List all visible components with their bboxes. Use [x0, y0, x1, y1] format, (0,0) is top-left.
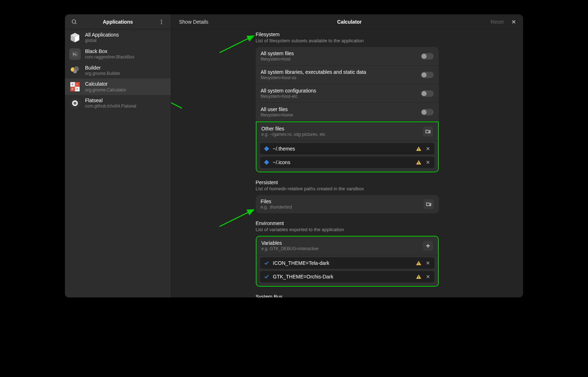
svg-rect-36 — [418, 264, 419, 265]
svg-point-3 — [161, 21, 162, 22]
svg-point-0 — [72, 20, 76, 23]
seal-icon — [69, 97, 81, 109]
warning-icon — [416, 260, 422, 266]
builder-icon — [69, 65, 81, 76]
svg-rect-37 — [418, 276, 419, 277]
app-name: Builder — [85, 65, 120, 71]
sidebar: Applications All Applicationsglobal Blac… — [65, 14, 171, 297]
close-icon[interactable] — [508, 16, 519, 28]
toggle-host-etc[interactable] — [421, 90, 434, 97]
app-id: global — [85, 38, 119, 44]
svg-text:=: = — [71, 87, 74, 91]
app-id: com.raggesilver.BlackBox — [85, 54, 134, 60]
svg-text:×: × — [76, 87, 78, 91]
page-title: Calculator — [213, 19, 486, 25]
files-row: Filese.g. .thunderbird — [256, 195, 439, 213]
sidebar-item-blackbox[interactable]: Black Boxcom.raggesilver.BlackBox — [65, 46, 171, 62]
app-name: Calculator — [85, 81, 126, 87]
annotation-arrow — [218, 33, 257, 54]
reset-button[interactable]: Reset — [486, 17, 508, 27]
svg-rect-35 — [418, 262, 419, 264]
menu-icon[interactable] — [156, 16, 167, 28]
svg-point-2 — [161, 19, 162, 20]
section-title-persistent: Persistent — [256, 180, 439, 185]
toggle-home[interactable] — [421, 109, 434, 115]
svg-text:+: + — [71, 82, 74, 86]
annotation-arrow — [171, 89, 185, 110]
section-title-filesystem: Filesystem — [256, 32, 439, 37]
warning-icon — [416, 146, 422, 152]
check-icon — [264, 260, 269, 266]
sidebar-item-flatseal[interactable]: Flatsealcom.github.tchx84.Flatseal — [65, 95, 171, 111]
box-icon — [69, 32, 81, 43]
main-header: Show Details Calculator Reset — [171, 14, 523, 29]
persistent-card: Filese.g. .thunderbird — [256, 195, 439, 213]
svg-line-22 — [220, 36, 254, 53]
remove-entry-button[interactable]: ✕ — [425, 146, 431, 152]
warning-icon — [416, 159, 422, 165]
app-window: Applications All Applicationsglobal Blac… — [65, 14, 523, 297]
sidebar-item-all-applications[interactable]: All Applicationsglobal — [65, 29, 171, 46]
add-folder-button[interactable] — [423, 127, 433, 137]
warning-icon — [416, 274, 422, 280]
section-title-environment: Environment — [256, 220, 439, 226]
svg-line-23 — [171, 91, 182, 108]
add-folder-button[interactable] — [424, 199, 434, 209]
svg-rect-5 — [72, 52, 78, 57]
sidebar-item-builder[interactable]: Builderorg.gnome.Builder — [65, 62, 171, 79]
main-content[interactable]: Filesystem List of filesystem subsets av… — [171, 29, 523, 297]
sidebar-item-calculator[interactable]: +−=× Calculatororg.gnome.Calculator — [65, 78, 171, 95]
check-icon — [264, 274, 269, 280]
variable-entry[interactable]: ICON_THEME=Tela-dark ✕ — [260, 257, 434, 269]
toggle-all-system-files[interactable] — [421, 53, 434, 59]
path-entry[interactable]: ~/.themes ✕ — [260, 143, 434, 154]
variable-entry[interactable]: GTK_THEME=Orchis-Dark ✕ — [260, 271, 434, 282]
svg-rect-29 — [418, 162, 419, 163]
svg-rect-27 — [418, 148, 419, 149]
svg-rect-28 — [418, 150, 419, 151]
toggle-row: All system configurationsfilesystem=host… — [256, 84, 439, 103]
svg-text:−: − — [76, 82, 78, 86]
variables-card: Variablese.g. GTK_DEBUG=interactive ICON… — [256, 236, 439, 287]
diamond-icon — [264, 146, 269, 152]
annotation-arrow — [218, 207, 257, 228]
other-files-header: Other filese.g. ~/games:ro, xdg-pictures… — [257, 122, 438, 141]
app-id: org.gnome.Calculator — [85, 87, 126, 93]
section-title-systembus: System Bus — [256, 294, 439, 297]
path-entry[interactable]: ~/.icons ✕ — [260, 157, 434, 168]
remove-entry-button[interactable]: ✕ — [425, 274, 431, 280]
highlighted-other-files: Other filese.g. ~/games:ro, xdg-pictures… — [256, 121, 439, 172]
svg-point-4 — [161, 23, 162, 24]
toggle-row: All user filesfilesystem=home — [256, 103, 439, 121]
app-name: All Applications — [85, 32, 119, 38]
filesystem-card: All system filesfilesystem=host All syst… — [256, 47, 439, 172]
section-desc: List of filesystem subsets available to … — [256, 38, 439, 43]
diamond-icon — [264, 159, 269, 165]
add-variable-button[interactable] — [423, 241, 433, 251]
svg-rect-30 — [418, 163, 419, 164]
calculator-icon: +−=× — [69, 81, 81, 92]
sidebar-header: Applications — [65, 14, 171, 29]
section-desc: List of variables exported to the applic… — [256, 227, 439, 232]
svg-point-9 — [73, 70, 77, 73]
toggle-host-os[interactable] — [421, 72, 434, 78]
app-id: com.github.tchx84.Flatseal — [85, 104, 136, 109]
app-name: Black Box — [85, 48, 134, 54]
remove-entry-button[interactable]: ✕ — [425, 260, 431, 266]
toggle-row: All system filesfilesystem=host — [256, 47, 439, 66]
variables-header: Variablese.g. GTK_DEBUG=interactive — [257, 237, 438, 255]
search-icon[interactable] — [69, 16, 80, 28]
svg-line-1 — [75, 23, 76, 24]
toggle-row: All system libraries, executables and st… — [256, 66, 439, 84]
main-panel: Show Details Calculator Reset — [171, 14, 523, 297]
app-id: org.gnome.Builder — [85, 71, 120, 77]
section-desc: List of homedir-relative paths created i… — [256, 186, 439, 191]
app-name: Flatseal — [85, 97, 136, 104]
sidebar-title: Applications — [80, 19, 156, 25]
show-details-button[interactable]: Show Details — [175, 17, 213, 27]
svg-rect-38 — [418, 278, 419, 278]
svg-line-24 — [220, 210, 254, 226]
terminal-icon — [69, 48, 81, 60]
remove-entry-button[interactable]: ✕ — [425, 159, 431, 165]
app-list: All Applicationsglobal Black Boxcom.ragg… — [65, 29, 171, 297]
